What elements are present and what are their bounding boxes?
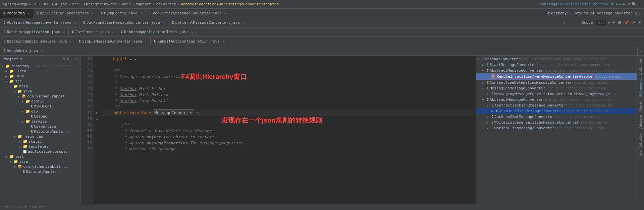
h-expand-arrow[interactable]: ▶: [487, 127, 491, 130]
h-item-messaging-adapter[interactable]: ▶ C MessagingMessageConverterAdapter in …: [476, 91, 637, 97]
tab-message-converter[interactable]: C converter\MessageConverter.java ✕: [146, 9, 230, 18]
side-tab-maven[interactable]: Maven: [638, 99, 643, 113]
tab-abstract-mc[interactable]: C AbstractMessageConverter.java ✕: [0, 18, 80, 27]
more-icon[interactable]: ⋮: [638, 2, 641, 6]
tab-close[interactable]: ✕: [243, 21, 245, 24]
tab-pattern-mc[interactable]: C pattern\MessageConverter.java ✕: [168, 18, 248, 27]
tab-batching[interactable]: C BatchingRabbitTemplate.java ✕: [0, 37, 75, 46]
tree-item-catdao[interactable]: C CatDao: [0, 114, 80, 119]
h-btn-3[interactable]: ↕: [572, 20, 576, 25]
h-item-marshalling[interactable]: ▶ C MarshallingMessageConverter (org.spr…: [476, 125, 637, 131]
h-expand-arrow[interactable]: ▶: [487, 121, 491, 124]
tree-item-test-java[interactable]: ▼ 📁 java: [0, 159, 80, 164]
tab-close[interactable]: ✕: [92, 11, 94, 15]
tab-close[interactable]: ✕: [74, 21, 76, 24]
h-expand-arrow[interactable]: ▶: [491, 110, 496, 113]
tree-item-dao[interactable]: ▼ 📁 dao: [0, 109, 80, 114]
h-item-whitelist[interactable]: ▶ C WhiteListDeserializingMessageConvert…: [476, 120, 637, 125]
h-expand-arrow[interactable]: ▼: [482, 69, 487, 72]
tree-item-package[interactable]: ▼ 📦 com.yichun.rabbit: [0, 94, 80, 99]
tab-jackson2json[interactable]: C Jackson2JsonMessageConverter.java ✕: [80, 18, 168, 27]
tree-item-catservice[interactable]: C CatService: [0, 124, 80, 129]
project-dropdown[interactable]: ▼: [20, 57, 22, 61]
tree-item-resources[interactable]: ▼ 📁 resources: [0, 134, 80, 139]
breadcrumb-springframework[interactable]: springframework: [84, 2, 117, 6]
tab-close[interactable]: ✕: [41, 49, 43, 53]
h-expand-arrow[interactable]: ▶: [487, 115, 491, 119]
tab-rabbitmq-app[interactable]: C RabbitmqApplication.java ✕: [0, 27, 69, 37]
tree-item-config[interactable]: ▼ 📁 config: [0, 99, 80, 104]
h-expand-arrow[interactable]: ▶: [487, 92, 491, 96]
search-icon[interactable]: 🔍: [632, 2, 636, 6]
h-item-jackson2json[interactable]: ▶ C Jackson2JsonMessageConverter (org.sp…: [476, 108, 637, 114]
h-item-messageconverter[interactable]: ▼ I MessageConverter (org.springframewor…: [476, 56, 637, 62]
h-btn-pin[interactable]: 📌: [623, 20, 630, 25]
h-btn-2[interactable]: ↓: [567, 20, 571, 25]
tree-item-test[interactable]: ▼ 📁 test: [0, 154, 80, 159]
breadcrumb-method[interactable]: RabbitmqApplicationTests.receive: [537, 2, 608, 6]
tab-mymqconfig[interactable]: C MyMQConfig.java ✕: [97, 9, 146, 18]
h-btn-export[interactable]: ↗: [631, 20, 636, 25]
h-item-messaging[interactable]: ▼ C MessagingMessageConverter (org.sprin…: [476, 85, 637, 91]
project-settings[interactable]: ⚙: [63, 57, 65, 61]
side-tab-database[interactable]: Database: [638, 113, 643, 131]
side-tab-build[interactable]: Build: [638, 65, 643, 77]
h-item-jackson2xml[interactable]: ▶ C Jackson2XmlMessageConverter (org.spr…: [476, 114, 637, 120]
h-expand-arrow[interactable]: ▶: [487, 75, 491, 78]
tab-amqpadmin[interactable]: C AmqpAdmin.java ✕: [0, 46, 46, 55]
tree-item-java[interactable]: ▼ 📁 java: [0, 89, 80, 94]
tab-rabbitmq[interactable]: m rabbitmq ✕: [0, 9, 33, 18]
tab-catservice[interactable]: C CatService.java ✕: [69, 27, 117, 37]
tree-item-test-appli[interactable]: C RabbitmqAppli...: [0, 169, 80, 174]
debug-button[interactable]: ▶: [620, 2, 622, 6]
tab-application-properties[interactable]: f application.properties ✕: [33, 9, 97, 18]
h-item-abstract-mc[interactable]: ▼ C AbstractMessageConverter (org.spring…: [476, 68, 637, 73]
h-btn-1[interactable]: ↑: [562, 20, 566, 25]
breadcrumb-converter[interactable]: converter: [156, 2, 176, 6]
h-btn-close2[interactable]: ✕: [637, 20, 642, 25]
tree-item-mymqconfig[interactable]: C MyMQConf...: [0, 104, 80, 109]
breadcrumb-class[interactable]: RemoteInvocationAwareMessageConverterAda…: [181, 2, 279, 6]
tab-rabbit-autoconfig[interactable]: C RabbitAutoConfiguration.java ✕: [151, 37, 228, 46]
tab-simple-mc[interactable]: C SimpleMessageConverter.java ✕: [75, 37, 150, 46]
tab-close[interactable]: ✕: [222, 40, 224, 43]
h-expand-arrow[interactable]: ▶: [482, 81, 487, 84]
breadcrumb-jar[interactable]: spring-amqp-2.2.2.RELEASE.jar: [3, 2, 67, 6]
h-btn-collapse[interactable]: ⊟: [617, 20, 622, 25]
run-gutter-icon[interactable]: ▶: [94, 110, 100, 116]
tab-close[interactable]: ✕: [224, 11, 226, 15]
project-gear2[interactable]: ⇅: [67, 57, 69, 61]
h-item-remote-invocation[interactable]: ▶ C RemoteInvocationAwareMessageConverte…: [476, 73, 637, 80]
tab-close[interactable]: ✕: [140, 11, 142, 15]
tree-item-service[interactable]: ▼ 📁 service: [0, 119, 80, 124]
tree-item-appprops[interactable]: 📄 application.prope...: [0, 149, 80, 154]
tree-item-main[interactable]: ▼ 📁 main: [0, 84, 80, 89]
tree-item-static[interactable]: ▶ 📁 static: [0, 139, 80, 144]
tab-close[interactable]: ✕: [112, 30, 114, 34]
h-expand-arrow[interactable]: ▼: [482, 87, 487, 90]
settings-icon[interactable]: ⚙: [628, 2, 630, 6]
hierarchy-settings[interactable]: ⚙: [635, 11, 638, 16]
run-button[interactable]: ▶: [616, 2, 619, 6]
h-item-smart[interactable]: ▶ I SmartMessageConverter (org.springfra…: [476, 62, 637, 68]
h-item-contenttype[interactable]: ▶ C ContentTypeDelegatingMessageConverte…: [476, 80, 637, 85]
code-lines[interactable]: import ... /** * Message converter inter…: [100, 56, 476, 210]
side-tab-hierarchy[interactable]: !β Hierarchy: [638, 77, 643, 99]
tree-item-idea[interactable]: ▶ 📁 .idea: [0, 69, 80, 74]
scope-value[interactable]: All: [596, 20, 606, 25]
tab-close[interactable]: ✕: [145, 40, 147, 43]
h-item-abstract-jackson2[interactable]: ▼ C AbstractJackson2MessageConverter (or…: [476, 102, 637, 108]
h-expand-arrow[interactable]: ▼: [482, 98, 487, 101]
tab-close[interactable]: ✕: [69, 40, 71, 43]
tree-item-mvn[interactable]: ▶ 📁 .mvn: [0, 74, 80, 79]
breadcrumb-org[interactable]: org: [72, 2, 79, 6]
hierarchy-close[interactable]: ✕: [639, 11, 641, 16]
tab-rabbitmq-tests[interactable]: C RabbitmqApplicationTests.java ✕: [117, 27, 197, 37]
coverage-button[interactable]: ▶: [623, 2, 626, 6]
h-expand-arrow[interactable]: ▼: [477, 58, 482, 61]
tab-close[interactable]: ✕: [191, 30, 193, 34]
tab-close[interactable]: ✕: [28, 11, 30, 15]
project-minus[interactable]: −: [71, 57, 73, 61]
tree-item-test-package[interactable]: ▼ 📦 com.yichun.rabbit...: [0, 164, 80, 169]
tab-close[interactable]: ✕: [163, 21, 165, 24]
